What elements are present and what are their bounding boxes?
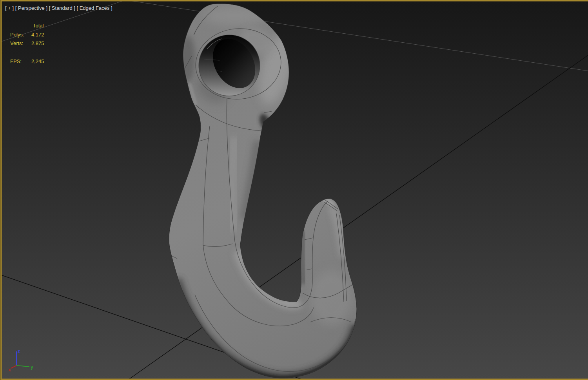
stats-verts-label: Verts: <box>10 40 23 46</box>
stats-polys-value: 4.172 <box>31 32 44 38</box>
stats-fps-value: 2,245 <box>31 58 44 64</box>
stats-header-total: Total <box>33 23 44 29</box>
viewport[interactable]: [ + ] [ Perspective ] [ Standard ] [ Edg… <box>0 0 588 380</box>
stats-polys-label: Polys: <box>10 32 24 38</box>
stats-fps-label: FPS: <box>10 58 22 64</box>
viewport-canvas[interactable]: [ + ] [ Perspective ] [ Standard ] [ Edg… <box>0 0 588 380</box>
viewport-border-top <box>0 0 588 2</box>
viewport-label[interactable]: [ + ] [ Perspective ] [ Standard ] [ Edg… <box>5 5 113 11</box>
axis-y-label: y <box>31 364 33 370</box>
stats-verts-value: 2.875 <box>31 40 44 46</box>
viewport-border-left <box>0 0 2 380</box>
axis-x-label: x <box>8 367 11 373</box>
viewport-border-bottom <box>0 379 588 380</box>
axis-z-label: z <box>18 349 20 354</box>
